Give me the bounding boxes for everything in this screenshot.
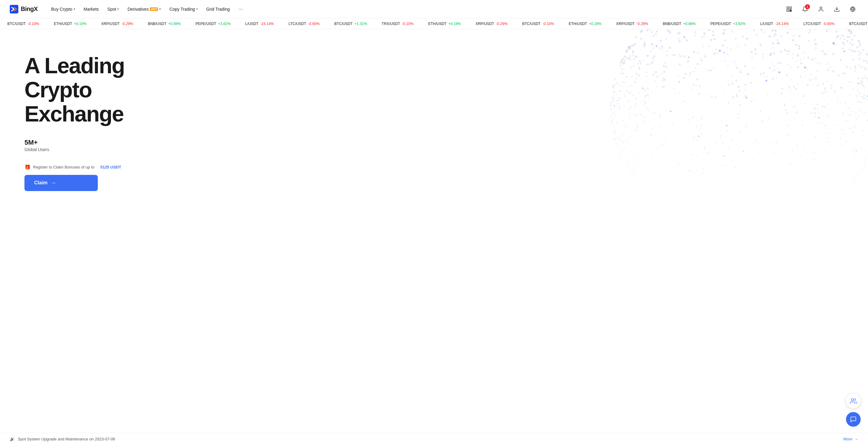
svg-point-319: [831, 84, 833, 86]
svg-point-1227: [663, 78, 664, 80]
svg-point-252: [649, 179, 650, 180]
ticker-item[interactable]: LTC/USDT-0.60%: [796, 22, 842, 26]
svg-point-1487: [807, 57, 809, 59]
ticker-item[interactable]: BTC/USDT+1.31%: [842, 22, 868, 26]
nav-buy-crypto[interactable]: Buy Crypto ▾: [48, 4, 79, 14]
svg-point-1093: [698, 145, 699, 146]
svg-point-1001: [642, 123, 643, 125]
svg-point-662: [789, 136, 790, 137]
svg-point-1024: [842, 35, 844, 37]
profile-button[interactable]: [815, 4, 827, 15]
svg-point-1380: [854, 178, 855, 179]
hero-title: A Leading Crypto Exchange: [25, 54, 159, 126]
qr-code-button[interactable]: [784, 4, 795, 15]
ticker-item[interactable]: XRP/USDT-0.29%: [468, 22, 515, 26]
svg-point-246: [674, 55, 676, 56]
svg-point-640: [610, 103, 612, 105]
svg-point-1467: [620, 72, 622, 74]
svg-point-1167: [677, 139, 678, 139]
svg-point-607: [678, 214, 678, 215]
svg-point-1191: [731, 190, 732, 190]
svg-point-291: [853, 182, 854, 183]
svg-point-124: [689, 162, 689, 163]
svg-point-1360: [844, 73, 846, 75]
ticker-item[interactable]: ETH/USDT+0.19%: [46, 22, 94, 26]
ticker-item[interactable]: BTC/USDT-0.10%: [0, 22, 46, 26]
svg-point-225: [692, 220, 693, 221]
svg-point-106: [840, 102, 841, 103]
ticker-item[interactable]: BTC/USDT+1.31%: [327, 22, 374, 26]
svg-point-335: [616, 142, 617, 143]
nav-grid-trading[interactable]: Grid Trading: [203, 4, 234, 14]
svg-point-27: [685, 92, 686, 93]
ticker-item[interactable]: L/USDT-24.14%: [238, 22, 281, 26]
svg-point-1329: [622, 86, 623, 87]
brand-name: BingX: [21, 5, 38, 12]
svg-point-1407: [862, 135, 863, 136]
svg-point-1649: [693, 51, 695, 53]
svg-point-1104: [778, 128, 779, 129]
ticker-item[interactable]: BNB/USDT+0.88%: [141, 22, 188, 26]
svg-point-467: [641, 30, 643, 32]
svg-point-253: [813, 79, 814, 80]
svg-point-613: [726, 125, 727, 126]
svg-point-1187: [653, 163, 653, 164]
download-button[interactable]: [831, 4, 842, 15]
nav-derivatives[interactable]: Derivatives HOT ▾: [124, 4, 164, 14]
svg-point-990: [718, 214, 719, 214]
svg-point-1621: [613, 91, 615, 93]
svg-point-1604: [680, 214, 680, 214]
svg-point-1121: [633, 147, 633, 148]
svg-point-1323: [816, 208, 817, 209]
ticker-item[interactable]: LTC/USDT-0.60%: [281, 22, 327, 26]
svg-point-33: [779, 186, 780, 187]
svg-point-1430: [628, 47, 630, 48]
svg-point-1173: [656, 76, 658, 78]
nav-markets[interactable]: Markets: [80, 4, 103, 14]
claim-button[interactable]: Claim →: [25, 175, 98, 191]
svg-point-991: [845, 187, 845, 188]
ticker-item[interactable]: BTC/USDT-0.10%: [515, 22, 561, 26]
svg-point-915: [832, 202, 833, 203]
svg-point-1316: [614, 132, 615, 133]
ticker-item[interactable]: BNB/USDT+0.88%: [655, 22, 703, 26]
ticker-item[interactable]: ETH/USDT+0.19%: [561, 22, 609, 26]
svg-point-686: [707, 71, 708, 72]
svg-point-891: [814, 159, 815, 160]
svg-point-1696: [651, 31, 653, 33]
svg-point-639: [649, 63, 651, 65]
referral-fab-button[interactable]: [846, 394, 861, 408]
ticker-item[interactable]: PEPE/USDT+3.82%: [703, 22, 753, 26]
svg-point-499: [613, 98, 615, 99]
svg-point-638: [659, 198, 659, 198]
logo[interactable]: BingX: [10, 5, 38, 13]
ticker-item[interactable]: TRX/USDT-0.10%: [374, 22, 421, 26]
svg-point-1676: [699, 136, 701, 138]
nav-copy-trading[interactable]: Copy Trading ▾: [166, 4, 201, 14]
more-link[interactable]: More →: [843, 437, 858, 441]
svg-point-737: [625, 126, 626, 127]
nav-spot[interactable]: Spot ▾: [103, 4, 123, 14]
chat-fab-button[interactable]: [846, 412, 861, 427]
svg-point-1624: [800, 59, 801, 61]
language-button[interactable]: [847, 4, 858, 15]
svg-point-1231: [630, 106, 631, 108]
svg-point-1510: [617, 103, 619, 104]
svg-point-411: [764, 31, 766, 33]
nav-more-button[interactable]: ···: [235, 3, 247, 15]
svg-point-365: [722, 120, 722, 121]
svg-point-1011: [789, 143, 790, 144]
svg-point-59: [752, 158, 753, 158]
ticker-item[interactable]: PEPE/USDT+3.82%: [188, 22, 238, 26]
svg-point-1688: [859, 115, 860, 116]
notification-button[interactable]: 1: [800, 4, 810, 15]
svg-point-83: [650, 50, 652, 52]
svg-point-15: [821, 195, 822, 196]
svg-point-611: [635, 36, 637, 38]
ticker-item[interactable]: ETH/USDT+0.19%: [421, 22, 468, 26]
svg-point-1126: [795, 197, 795, 197]
ticker-item[interactable]: L/USDT-24.14%: [753, 22, 796, 26]
svg-point-1659: [738, 86, 739, 88]
ticker-item[interactable]: XRP/USDT-0.29%: [609, 22, 656, 26]
ticker-item[interactable]: XRP/USDT-0.29%: [94, 22, 141, 26]
